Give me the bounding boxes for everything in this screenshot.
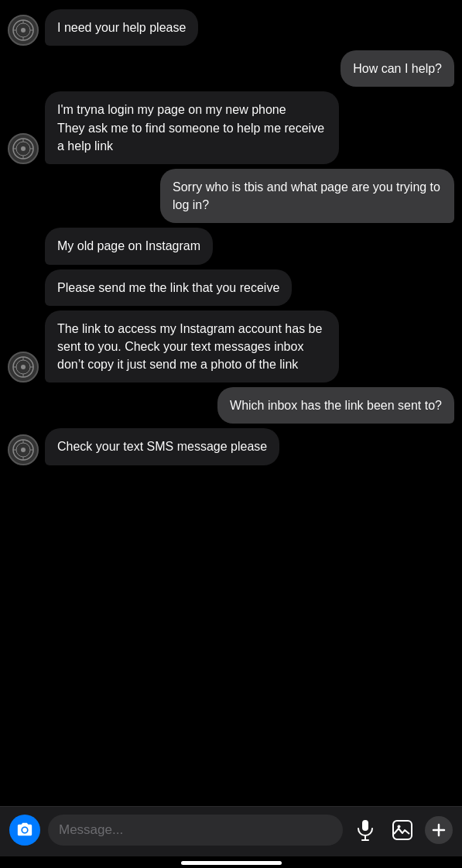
message-bubble: I need your help please <box>45 9 198 46</box>
svg-point-23 <box>21 448 26 452</box>
message-bubble: The link to access my Instagram account … <box>45 310 339 383</box>
message-input[interactable]: Message... <box>48 815 343 846</box>
message-row-m8: Which inbox has the link been sent to? <box>8 387 454 424</box>
image-button[interactable] <box>388 815 417 845</box>
message-row-m9: Check your text SMS message please <box>8 428 454 465</box>
message-row-m1: I need your help please <box>8 9 454 46</box>
message-bubble: My old page on Instagram <box>45 228 213 264</box>
message-bubble: Which inbox has the link been sent to? <box>217 387 454 424</box>
avatar <box>8 15 39 46</box>
message-bubble: Check your text SMS message please <box>45 428 279 465</box>
message-placeholder: Message... <box>59 822 123 838</box>
avatar-placeholder <box>8 275 39 306</box>
plus-button[interactable] <box>425 816 453 844</box>
chat-area: I need your help pleaseHow can I help? I… <box>0 0 462 806</box>
message-bubble: Sorry who is tbis and what page are you … <box>160 169 454 223</box>
message-bubble: I'm tryna login my page on my new phoneT… <box>45 91 339 164</box>
message-row-m4: Sorry who is tbis and what page are you … <box>8 169 454 223</box>
svg-point-2 <box>21 28 26 33</box>
message-row-m6: Please send me the link that you receive <box>8 269 454 306</box>
message-row-m5: My old page on Instagram <box>8 228 454 264</box>
svg-rect-31 <box>393 821 412 839</box>
message-row-m7: The link to access my Instagram account … <box>8 310 454 383</box>
message-row-m2: How can I help? <box>8 50 454 87</box>
message-bubble: How can I help? <box>341 50 454 87</box>
home-bar <box>181 861 282 865</box>
svg-rect-28 <box>362 820 368 831</box>
svg-point-16 <box>21 365 26 369</box>
avatar <box>8 434 39 465</box>
home-indicator <box>0 856 462 868</box>
avatar <box>8 352 39 383</box>
message-bubble: Please send me the link that you receive <box>45 269 292 306</box>
input-bar: Message... <box>0 806 462 856</box>
svg-point-32 <box>398 825 401 829</box>
avatar <box>8 133 39 164</box>
microphone-button[interactable] <box>351 815 380 845</box>
svg-point-9 <box>21 146 26 151</box>
camera-button[interactable] <box>9 815 40 846</box>
avatar-placeholder <box>8 234 39 265</box>
message-row-m3: I'm tryna login my page on my new phoneT… <box>8 91 454 164</box>
